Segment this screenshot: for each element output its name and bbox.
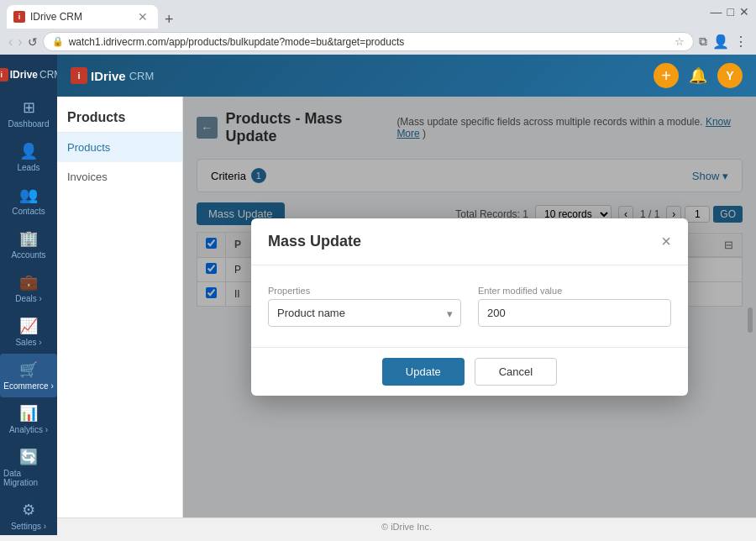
user-avatar[interactable]: Y (717, 63, 743, 88)
app-logo-icon: i (71, 67, 87, 84)
sidebar-item-label: Leads (17, 163, 39, 172)
logo-text: IDrive (10, 69, 38, 81)
profile-button[interactable]: 👤 (712, 34, 729, 50)
settings-icon: ⚙ (22, 501, 35, 519)
app-crm-label: CRM (129, 70, 155, 82)
logo-area: i IDrive CRM (0, 61, 66, 88)
deals-icon: 💼 (19, 273, 38, 292)
win-max-button[interactable]: □ (727, 5, 734, 18)
analytics-icon: 📊 (19, 404, 38, 423)
sidebar-item-label: Sales › (15, 338, 41, 347)
modal-header: Mass Update × (251, 218, 688, 265)
module-sidebar: Products Products Invoices (57, 97, 183, 517)
lock-icon: 🔒 (52, 36, 64, 47)
sidebar-item-label: Deals › (15, 294, 42, 303)
refresh-button[interactable]: ↺ (28, 35, 38, 49)
module-header: Products (57, 97, 182, 133)
win-min-button[interactable]: — (711, 5, 722, 18)
modal-footer: Update Cancel (251, 347, 688, 396)
modal-title: Mass Update (268, 233, 361, 250)
nav-back-button[interactable]: ‹ (8, 34, 13, 50)
modal-overlay: Mass Update × Properties Product name (183, 97, 756, 517)
footer: © iDrive Inc. (57, 517, 756, 535)
form-row: Properties Product name Price Status Cat… (268, 286, 671, 327)
leads-icon: 👤 (19, 142, 38, 160)
accounts-icon: 🏢 (19, 229, 38, 248)
sidebar-item-sales[interactable]: 📈 Sales › (0, 310, 57, 354)
new-tab-button[interactable]: + (158, 11, 181, 29)
modified-value-group: Enter modified value (478, 286, 671, 327)
properties-select[interactable]: Product name Price Status Category (268, 299, 461, 327)
nav-forward-button[interactable]: › (18, 34, 22, 50)
module-item-invoices[interactable]: Invoices (57, 162, 182, 192)
properties-group: Properties Product name Price Status Cat… (268, 286, 461, 327)
bookmark-icon: ☆ (675, 35, 685, 48)
tab-title: IDrive CRM (30, 11, 131, 23)
properties-select-wrapper: Product name Price Status Category ▾ (268, 299, 461, 327)
tab-close-button[interactable]: ✕ (136, 10, 150, 24)
sales-icon: 📈 (19, 317, 38, 335)
dashboard-icon: ⊞ (23, 98, 35, 117)
properties-label: Properties (268, 286, 461, 296)
sidebar-item-settings[interactable]: ⚙ Settings › (0, 494, 57, 538)
app-logo: i IDrive CRM (71, 67, 154, 84)
sidebar-item-data-migration[interactable]: 🔄 Data Migration (0, 441, 57, 494)
cancel-button[interactable]: Cancel (475, 358, 557, 386)
update-button[interactable]: Update (382, 358, 465, 386)
footer-text: © iDrive Inc. (381, 522, 432, 532)
sidebar: i IDrive CRM ⊞ Dashboard 👤 Leads 👥 Conta… (0, 55, 57, 535)
menu-button[interactable]: ⋮ (734, 34, 748, 50)
tab-favicon: i (13, 11, 25, 23)
app-layout: i IDrive CRM ⊞ Dashboard 👤 Leads 👥 Conta… (0, 55, 756, 535)
address-bar[interactable]: 🔒 watch1.idrivecrm.com/app/products/bulk… (43, 32, 694, 51)
sidebar-item-deals[interactable]: 💼 Deals › (0, 266, 57, 310)
sidebar-item-contacts[interactable]: 👥 Contacts (0, 179, 57, 223)
sidebar-item-accounts[interactable]: 🏢 Accounts (0, 223, 57, 266)
sidebar-item-dashboard[interactable]: ⊞ Dashboard (0, 92, 57, 135)
modal-close-button[interactable]: × (661, 232, 671, 251)
modified-value-label: Enter modified value (478, 286, 671, 296)
contacts-icon: 👥 (19, 186, 38, 204)
sidebar-item-ecommerce[interactable]: 🛒 Ecommerce › (0, 354, 57, 397)
browser-tab[interactable]: i IDrive CRM ✕ (7, 5, 158, 29)
sidebar-item-label: Analytics › (9, 425, 48, 434)
mass-update-modal: Mass Update × Properties Product name (251, 218, 688, 396)
logo-icon: i (0, 68, 8, 81)
ecommerce-icon: 🛒 (19, 360, 38, 379)
url-text: watch1.idrivecrm.com/app/products/bulkup… (69, 36, 669, 48)
sidebar-item-label: Accounts (11, 250, 45, 260)
app-logo-name: IDrive (91, 69, 126, 83)
bell-icon[interactable]: 🔔 (689, 66, 707, 85)
content-area: Products Products Invoices ← Products - … (57, 97, 756, 517)
modified-value-input[interactable] (478, 299, 671, 327)
sidebar-item-label: Data Migration (3, 469, 54, 487)
win-close-button[interactable]: ✕ (739, 5, 749, 18)
app-topbar: i IDrive CRM + 🔔 Y (57, 55, 756, 97)
extensions-button[interactable]: ⧉ (699, 34, 707, 49)
sidebar-item-label: Settings › (11, 522, 46, 531)
sidebar-item-leads[interactable]: 👤 Leads (0, 135, 57, 179)
module-item-products[interactable]: Products (57, 133, 182, 162)
sidebar-item-label: Ecommerce › (3, 381, 53, 391)
modal-body: Properties Product name Price Status Cat… (251, 265, 688, 347)
data-migration-icon: 🔄 (19, 448, 38, 466)
add-button[interactable]: + (654, 63, 679, 88)
page-content: ← Products - Mass Update (Mass update sp… (183, 97, 756, 517)
sidebar-item-label: Contacts (12, 207, 45, 216)
browser-chrome: i IDrive CRM ✕ + — □ ✕ ‹ › ↺ 🔒 watch1.id… (0, 0, 756, 55)
sidebar-item-analytics[interactable]: 📊 Analytics › (0, 397, 57, 441)
main-area: i IDrive CRM + 🔔 Y Products Products Inv… (57, 55, 756, 535)
sidebar-item-label: Dashboard (8, 119, 50, 129)
